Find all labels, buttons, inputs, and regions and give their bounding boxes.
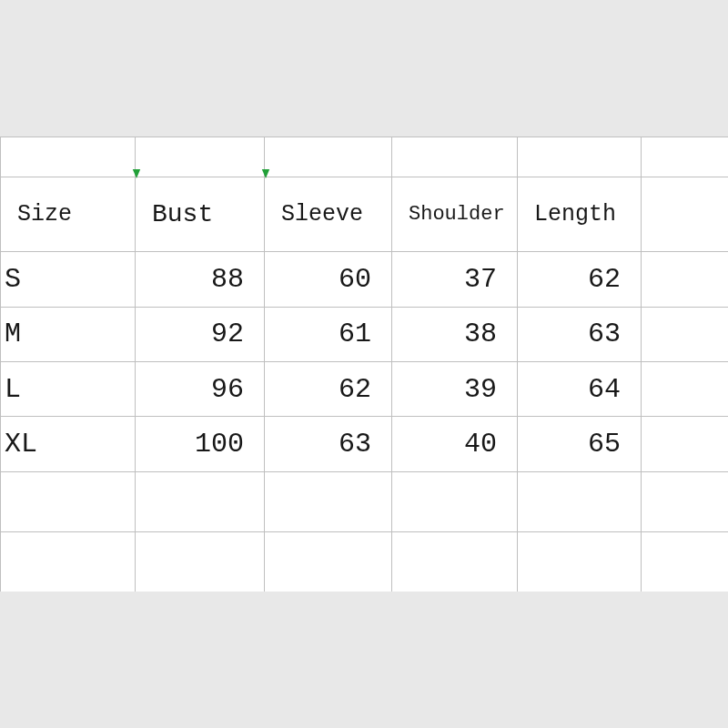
table-row [1,471,729,531]
cell-sleeve[interactable]: 60 [265,252,392,307]
cell-sleeve[interactable]: 63 [265,417,392,471]
table-cell[interactable] [642,137,729,177]
col-header-sleeve[interactable]: Sleeve [265,177,392,251]
table-cell[interactable] [642,252,729,307]
table-row: S 88 60 37 62 [1,252,729,307]
col-header-bust[interactable]: Bust [136,177,265,251]
col-header-shoulder[interactable]: Shoulder [392,177,518,251]
table-row: XL 100 63 40 65 [1,417,729,471]
table-cell[interactable] [518,137,642,177]
table-row: L 96 62 39 64 [1,361,729,416]
table-header-row: Size Bust Sleeve Shoulder Length [1,177,729,251]
table-cell[interactable] [136,531,265,592]
cell-length[interactable]: 65 [518,417,642,471]
table-cell[interactable] [518,471,642,531]
cell-bust[interactable]: 92 [136,307,265,361]
table-cell[interactable] [642,361,729,416]
cell-size[interactable]: L [1,361,136,416]
table-cell[interactable] [642,417,729,471]
table-cell[interactable] [265,471,392,531]
table-cell[interactable] [392,137,518,177]
cell-shoulder[interactable]: 37 [392,252,518,307]
table-cell[interactable] [1,137,136,177]
size-chart-table: Size Bust Sleeve Shoulder Length S 88 60… [0,136,728,592]
cell-size[interactable]: S [1,252,136,307]
table-cell[interactable] [642,177,729,251]
table-cell[interactable] [136,137,265,177]
table-row: M 92 61 38 63 [1,307,729,361]
table-cell[interactable] [392,531,518,592]
cell-bust[interactable]: 100 [136,417,265,471]
cell-size[interactable]: XL [1,417,136,471]
spreadsheet-area: Size Bust Sleeve Shoulder Length S 88 60… [0,136,728,592]
table-cell[interactable] [642,471,729,531]
table-row [1,137,729,177]
cell-shoulder[interactable]: 38 [392,307,518,361]
table-cell[interactable] [265,137,392,177]
cell-length[interactable]: 63 [518,307,642,361]
table-row [1,531,729,592]
col-header-length[interactable]: Length [518,177,642,251]
table-cell[interactable] [392,471,518,531]
cell-length[interactable]: 62 [518,252,642,307]
table-cell[interactable] [1,531,136,592]
table-cell[interactable] [265,531,392,592]
table-cell[interactable] [136,471,265,531]
cell-shoulder[interactable]: 40 [392,417,518,471]
cell-sleeve[interactable]: 61 [265,307,392,361]
cell-bust[interactable]: 96 [136,361,265,416]
cell-bust[interactable]: 88 [136,252,265,307]
table-cell[interactable] [642,307,729,361]
cell-size[interactable]: M [1,307,136,361]
table-cell[interactable] [518,531,642,592]
cell-shoulder[interactable]: 39 [392,361,518,416]
col-header-size[interactable]: Size [1,177,136,251]
cell-sleeve[interactable]: 62 [265,361,392,416]
table-cell[interactable] [642,531,729,592]
cell-length[interactable]: 64 [518,361,642,416]
table-cell[interactable] [1,471,136,531]
